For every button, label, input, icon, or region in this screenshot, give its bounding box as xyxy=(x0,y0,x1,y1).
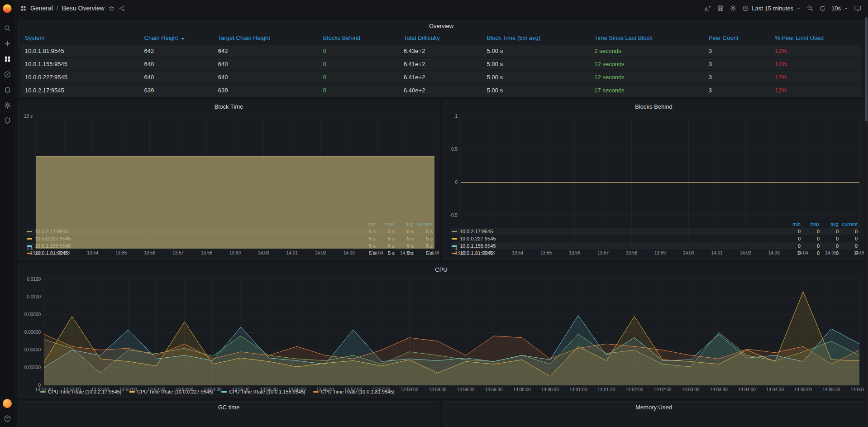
alerting-icon[interactable] xyxy=(4,86,11,94)
add-icon[interactable] xyxy=(4,40,11,48)
table-cell: 12 seconds xyxy=(591,71,705,84)
table-cell: 640 xyxy=(141,58,215,71)
svg-text:13:59:30: 13:59:30 xyxy=(485,387,503,392)
panel-title[interactable]: CPU xyxy=(19,264,864,276)
table-row: 10.0.1.81:954564264206.43e+25.00 s2 seco… xyxy=(21,44,861,58)
svg-text:13:57: 13:57 xyxy=(597,250,609,255)
panel-title[interactable]: Block Time xyxy=(19,101,439,113)
blocks-behind-chart[interactable]: 13:5213:5313:5413:5513:5613:5713:5813:59… xyxy=(444,113,864,221)
svg-text:14:02:00: 14:02:00 xyxy=(625,387,643,392)
tv-icon[interactable] xyxy=(854,5,862,12)
svg-text:1: 1 xyxy=(455,114,458,119)
table-cell: 5.00 s xyxy=(483,44,591,58)
svg-text:13:58: 13:58 xyxy=(201,250,212,255)
svg-text:14:01: 14:01 xyxy=(286,250,298,255)
time-range-label: Last 15 minutes xyxy=(752,5,793,12)
panel-title[interactable]: Blocks Behind xyxy=(444,101,864,113)
column-header[interactable]: Peer Count xyxy=(705,32,772,44)
star-icon[interactable] xyxy=(108,5,115,12)
explore-icon[interactable] xyxy=(4,71,11,78)
svg-text:14:06:00: 14:06:00 xyxy=(851,387,864,392)
table-cell: 0 xyxy=(320,71,400,84)
table-cell: 642 xyxy=(215,44,320,58)
svg-text:14:00: 14:00 xyxy=(258,250,269,255)
table-cell: 6.40e+2 xyxy=(400,84,483,96)
security-icon[interactable] xyxy=(4,117,11,125)
svg-text:13:57:00: 13:57:00 xyxy=(344,387,362,392)
svg-text:14:05: 14:05 xyxy=(825,250,837,255)
column-header[interactable]: System xyxy=(21,32,141,44)
scrollbar-thumb[interactable] xyxy=(865,17,868,121)
sidebar xyxy=(0,0,14,427)
cpu-chart[interactable]: 13:51:3013:52:0013:52:3013:53:0013:53:30… xyxy=(19,276,864,388)
svg-text:13:53: 13:53 xyxy=(58,250,70,255)
column-header[interactable]: Block Time (5m avg) xyxy=(483,32,591,44)
table-cell: 3 xyxy=(705,58,772,71)
table-cell: 17 seconds xyxy=(591,84,705,96)
svg-text:13:52: 13:52 xyxy=(455,250,466,255)
top-navbar: General / Besu Overview Las xyxy=(14,0,868,16)
table-cell: 10.0.1.81:9545 xyxy=(21,44,141,58)
svg-text:0.00400: 0.00400 xyxy=(24,347,41,352)
svg-text:0.00800: 0.00800 xyxy=(24,312,41,317)
column-header[interactable]: Blocks Behind xyxy=(320,32,400,44)
svg-text:14:05: 14:05 xyxy=(401,250,412,255)
overview-table: SystemChain HeightTarget Chain HeightBlo… xyxy=(19,32,864,96)
panel-block-time: Block Time 13:5213:5313:5413:5513:5613:5… xyxy=(18,101,439,260)
svg-text:14:00:00: 14:00:00 xyxy=(513,387,531,392)
svg-text:-0.5: -0.5 xyxy=(450,213,458,218)
dashboard-title: Besu Overview xyxy=(62,5,105,12)
panel-title[interactable]: GC time xyxy=(19,402,439,413)
user-avatar[interactable] xyxy=(3,399,12,408)
search-icon[interactable] xyxy=(4,24,11,32)
dashboard-grid-icon xyxy=(20,5,27,12)
dashboards-icon[interactable] xyxy=(4,55,11,63)
svg-text:13:53: 13:53 xyxy=(483,250,495,255)
panel-blocks-behind: Blocks Behind 13:5213:5313:5413:5513:561… xyxy=(443,101,864,260)
zoom-out-icon[interactable] xyxy=(806,5,814,12)
refresh-interval-picker[interactable]: 10s xyxy=(831,5,849,12)
chevron-down-icon xyxy=(796,6,801,11)
sidebar-menu xyxy=(4,24,11,125)
breadcrumb-folder[interactable]: General xyxy=(30,5,53,12)
refresh-interval-label: 10s xyxy=(831,5,841,12)
svg-text:13:55: 13:55 xyxy=(540,250,552,255)
svg-text:0: 0 xyxy=(455,180,458,185)
svg-text:14:02: 14:02 xyxy=(740,250,751,255)
share-icon[interactable] xyxy=(119,5,125,12)
svg-text:13:58:00: 13:58:00 xyxy=(401,387,418,392)
sort-caret-icon xyxy=(181,38,185,40)
settings-icon[interactable] xyxy=(4,101,11,109)
svg-text:14:03: 14:03 xyxy=(343,250,355,255)
panel-memory-used: Memory Used xyxy=(443,401,864,427)
add-panel-icon[interactable] xyxy=(704,5,711,12)
save-dashboard-icon[interactable] xyxy=(717,5,724,12)
block-time-chart[interactable]: 13:5213:5313:5413:5513:5613:5713:5813:59… xyxy=(19,113,439,221)
table-cell: 639 xyxy=(215,84,320,96)
dashboard-settings-icon[interactable] xyxy=(730,5,737,12)
svg-text:13:55:30: 13:55:30 xyxy=(260,387,278,392)
help-icon[interactable] xyxy=(4,415,11,422)
panel-title[interactable]: Memory Used xyxy=(444,402,864,413)
panel-title[interactable]: Overview xyxy=(19,20,864,32)
svg-text:13:59: 13:59 xyxy=(654,250,666,255)
table-cell: 0 xyxy=(320,58,400,71)
column-header[interactable]: Target Chain Height xyxy=(215,32,320,44)
column-header[interactable]: Time Since Last Block xyxy=(591,32,705,44)
svg-text:13:52:30: 13:52:30 xyxy=(91,387,109,392)
column-header[interactable]: Chain Height xyxy=(141,32,215,44)
grafana-logo[interactable] xyxy=(2,4,12,14)
svg-text:13:54:00: 13:54:00 xyxy=(176,387,193,392)
scrollbar-track xyxy=(865,17,868,427)
svg-text:0: 0 xyxy=(38,383,41,388)
svg-text:0.00600: 0.00600 xyxy=(24,330,41,335)
svg-text:1 s: 1 s xyxy=(27,246,33,251)
table-cell: 3 xyxy=(705,44,772,58)
column-header[interactable]: % Peer Limit Used xyxy=(771,32,861,44)
refresh-button[interactable] xyxy=(819,5,826,12)
time-range-picker[interactable]: Last 15 minutes xyxy=(742,5,801,12)
chart-canvas: 13:5213:5313:5413:5513:5613:5713:5813:59… xyxy=(444,113,864,257)
column-header[interactable]: Total Difficulty xyxy=(400,32,483,44)
panel-cpu: CPU 13:51:3013:52:0013:52:3013:53:0013:5… xyxy=(18,264,864,398)
table-cell: 640 xyxy=(215,71,320,84)
